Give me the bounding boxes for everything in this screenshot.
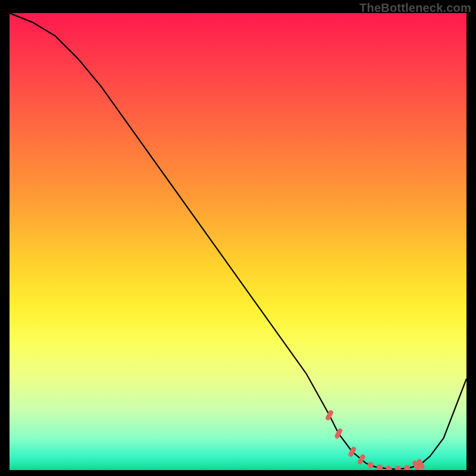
curve-marker xyxy=(416,458,425,470)
curve-marker xyxy=(386,466,392,470)
curve-markers xyxy=(325,409,425,470)
bottleneck-curve xyxy=(10,13,466,470)
chart-frame: TheBottleneck.com xyxy=(0,0,476,476)
curve-marker xyxy=(404,465,410,470)
curve-marker xyxy=(368,462,374,468)
curve-marker xyxy=(325,409,334,421)
curve-marker xyxy=(395,466,401,470)
curve-marker xyxy=(377,465,383,470)
curve-marker xyxy=(357,453,367,465)
curve-marker xyxy=(347,446,357,458)
curve-marker xyxy=(412,460,421,470)
gradient-plot-area xyxy=(10,13,466,470)
curve-marker xyxy=(334,428,343,440)
curve-path xyxy=(10,13,466,469)
